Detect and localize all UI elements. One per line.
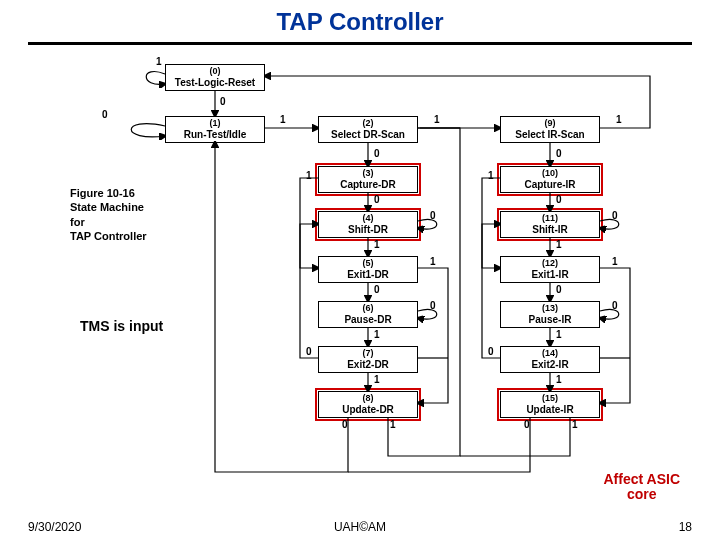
title-rule	[28, 42, 692, 45]
footer-center: UAH©AM	[0, 520, 720, 534]
footer-page: 18	[679, 520, 692, 534]
diagram-connectors	[60, 56, 670, 486]
slide-title: TAP Controller	[0, 8, 720, 36]
state-diagram: (0) Test-Logic-Reset (1) Run-Test/Idle (…	[60, 56, 670, 486]
note-affect-line: core	[627, 486, 657, 502]
slide: TAP Controller Figure 10-16 State Machin…	[0, 0, 720, 540]
